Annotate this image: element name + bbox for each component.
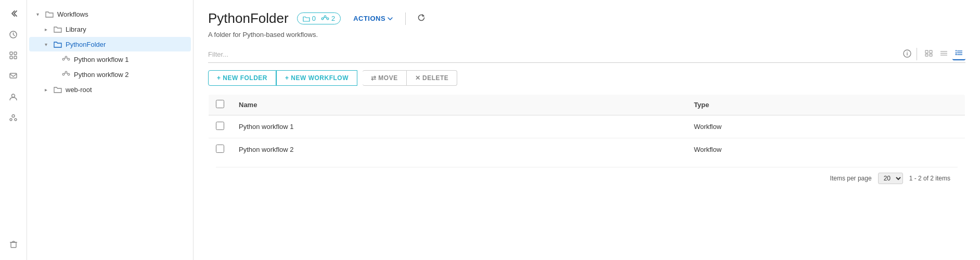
svg-point-32 bbox=[907, 51, 908, 53]
svg-point-22 bbox=[68, 73, 70, 75]
arrow-right-icon: ▸ bbox=[42, 25, 50, 33]
row-type-cell: Workflow bbox=[687, 115, 965, 138]
svg-rect-2 bbox=[14, 52, 17, 55]
arrow-right-icon: ▸ bbox=[42, 85, 50, 94]
sidebar-item-python-workflow-1[interactable]: ▸ Python workflow 1 bbox=[29, 52, 191, 67]
collapse-sidebar-button[interactable] bbox=[4, 4, 23, 23]
folder-count: 0 bbox=[312, 15, 316, 22]
filter-icons bbox=[903, 49, 911, 59]
folder-icon bbox=[45, 9, 54, 19]
select-all-cell bbox=[209, 95, 232, 115]
page-title: PythonFolder bbox=[208, 10, 289, 27]
workflow-icon bbox=[61, 70, 71, 79]
folder-count-stat: 0 bbox=[303, 15, 316, 22]
actions-button[interactable]: ACTIONS bbox=[349, 12, 397, 24]
row-checkbox-1[interactable] bbox=[216, 122, 224, 130]
table-header-row: Name Type bbox=[209, 95, 965, 115]
sidebar-item-pythonfolder-label: PythonFolder bbox=[66, 41, 187, 48]
sidebar-item-python-workflow-2[interactable]: ▸ Python workflow 2 bbox=[29, 67, 191, 82]
svg-point-15 bbox=[62, 58, 65, 60]
table-row: Python workflow 1Workflow bbox=[209, 115, 965, 138]
data-table: Name Type Python workflow 1WorkflowPytho… bbox=[208, 94, 965, 196]
sidebar-item-python-workflow-2-label: Python workflow 2 bbox=[74, 71, 187, 79]
workflow-count: 2 bbox=[331, 15, 335, 22]
svg-rect-4 bbox=[14, 56, 17, 59]
items-per-page-label: Items per page bbox=[830, 175, 872, 182]
filter-bar bbox=[208, 48, 965, 63]
move-button[interactable]: ⇄ MOVE bbox=[363, 70, 407, 86]
list-view-button[interactable] bbox=[937, 48, 950, 60]
icon-bar bbox=[0, 0, 27, 260]
library-nav-icon[interactable] bbox=[4, 46, 23, 64]
svg-point-17 bbox=[68, 58, 70, 60]
row-checkbox-cell bbox=[209, 138, 232, 161]
action-toolbar: + NEW FOLDER + NEW WORKFLOW ⇄ MOVE ✕ DEL… bbox=[208, 70, 965, 86]
svg-line-28 bbox=[324, 17, 324, 18]
select-all-checkbox[interactable] bbox=[216, 100, 224, 108]
svg-point-26 bbox=[324, 16, 326, 18]
svg-rect-10 bbox=[11, 242, 16, 248]
per-page-select[interactable]: 20 bbox=[878, 173, 903, 184]
folder-icon bbox=[53, 24, 62, 34]
row-checkbox-2[interactable] bbox=[216, 145, 224, 153]
sidebar-item-pythonfolder[interactable]: ▾ PythonFolder bbox=[29, 37, 191, 51]
svg-rect-34 bbox=[930, 50, 932, 53]
svg-rect-1 bbox=[10, 52, 12, 55]
arrow-down-icon: ▾ bbox=[33, 10, 42, 18]
admin-icon[interactable] bbox=[4, 108, 23, 127]
pagination-bar: Items per page 20 1 - 2 of 2 items bbox=[216, 167, 958, 189]
filter-divider bbox=[917, 48, 917, 60]
svg-rect-3 bbox=[10, 56, 12, 59]
svg-rect-44 bbox=[956, 53, 957, 54]
sidebar-item-library[interactable]: ▸ Library bbox=[29, 22, 191, 36]
sidebar-item-web-root-label: web-root bbox=[66, 86, 187, 94]
new-folder-button[interactable]: + NEW FOLDER bbox=[208, 70, 276, 86]
messages-icon[interactable] bbox=[4, 67, 23, 85]
header-divider bbox=[405, 12, 406, 25]
row-name-cell: Python workflow 2 bbox=[231, 138, 687, 161]
arrow-down-icon: ▾ bbox=[42, 40, 50, 48]
row-name-cell: Python workflow 1 bbox=[231, 115, 687, 138]
workflow-icon bbox=[61, 55, 71, 64]
svg-rect-35 bbox=[925, 54, 928, 56]
view-toggle bbox=[922, 48, 965, 60]
new-workflow-button[interactable]: + NEW WORKFLOW bbox=[276, 70, 357, 86]
sidebar-item-workflows-label: Workflows bbox=[57, 10, 187, 18]
sidebar-item-web-root[interactable]: ▸ web-root bbox=[29, 82, 191, 97]
row-type-cell: Workflow bbox=[687, 138, 965, 161]
row-checkbox-cell bbox=[209, 115, 232, 138]
svg-line-19 bbox=[67, 58, 68, 59]
grid-view-button[interactable] bbox=[922, 48, 935, 60]
svg-point-16 bbox=[65, 56, 67, 58]
svg-line-18 bbox=[65, 58, 65, 59]
svg-rect-45 bbox=[956, 54, 957, 56]
svg-rect-43 bbox=[956, 50, 957, 51]
page-description: A folder for Python-based workflows. bbox=[208, 31, 965, 38]
svg-line-29 bbox=[326, 17, 327, 18]
users-nav-icon[interactable] bbox=[4, 87, 23, 106]
page-info: 1 - 2 of 2 items bbox=[909, 175, 950, 182]
trash-nav-icon[interactable] bbox=[4, 235, 23, 254]
filter-input[interactable] bbox=[208, 48, 903, 60]
recent-icon[interactable] bbox=[4, 25, 23, 44]
name-column-header: Name bbox=[231, 95, 687, 115]
svg-point-21 bbox=[65, 71, 67, 73]
workflow-count-stat: 2 bbox=[321, 15, 335, 22]
svg-point-27 bbox=[327, 18, 329, 20]
svg-rect-33 bbox=[925, 50, 928, 53]
content-area: PythonFolder 0 2 bbox=[194, 0, 980, 260]
delete-button[interactable]: ✕ DELETE bbox=[407, 70, 458, 86]
sidebar-item-workflows[interactable]: ▾ Workflows bbox=[29, 7, 191, 21]
svg-point-6 bbox=[12, 94, 15, 97]
refresh-button[interactable] bbox=[414, 11, 429, 26]
sidebar-item-library-label: Library bbox=[66, 25, 187, 33]
info-icon[interactable] bbox=[903, 49, 911, 59]
svg-point-8 bbox=[10, 119, 12, 121]
type-column-header: Type bbox=[687, 95, 965, 115]
pagination-row: Items per page 20 1 - 2 of 2 items bbox=[209, 161, 965, 196]
folder-icon bbox=[53, 40, 62, 49]
svg-rect-5 bbox=[10, 73, 17, 78]
actions-label: ACTIONS bbox=[353, 15, 385, 22]
main-content: PythonFolder 0 2 bbox=[194, 0, 980, 260]
detail-view-button[interactable] bbox=[952, 48, 965, 60]
